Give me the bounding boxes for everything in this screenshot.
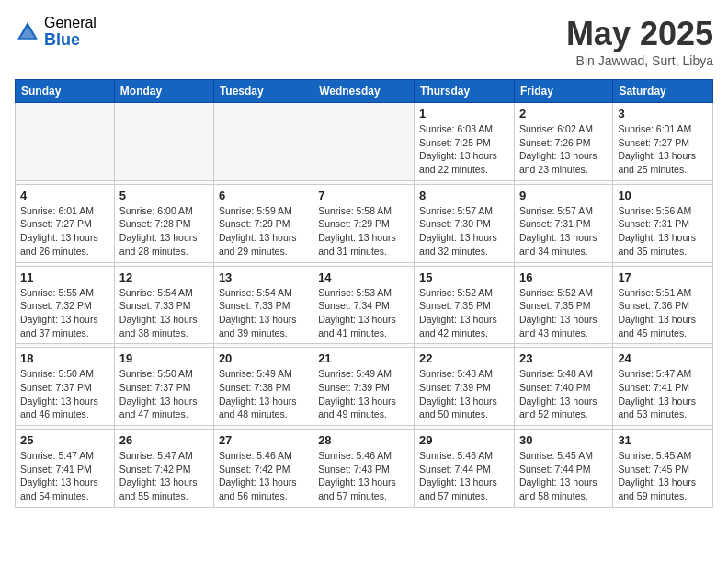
day-number: 29: [419, 433, 509, 447]
calendar-cell: 11Sunrise: 5:55 AM Sunset: 7:32 PM Dayli…: [16, 266, 115, 344]
column-header-thursday: Thursday: [415, 80, 515, 103]
calendar-cell: 27Sunrise: 5:46 AM Sunset: 7:42 PM Dayli…: [213, 430, 313, 508]
day-number: 14: [318, 270, 409, 284]
day-info: Sunrise: 6:02 AM Sunset: 7:26 PM Dayligh…: [519, 122, 608, 177]
column-header-sunday: Sunday: [16, 80, 115, 103]
logo-icon: [15, 19, 40, 45]
calendar-cell: 13Sunrise: 5:54 AM Sunset: 7:33 PM Dayli…: [213, 266, 313, 344]
day-info: Sunrise: 5:46 AM Sunset: 7:43 PM Dayligh…: [318, 449, 409, 503]
calendar-cell: 29Sunrise: 5:46 AM Sunset: 7:44 PM Dayli…: [415, 430, 515, 508]
day-info: Sunrise: 5:46 AM Sunset: 7:42 PM Dayligh…: [219, 449, 308, 503]
day-number: 3: [618, 107, 708, 121]
calendar-week-row: 18Sunrise: 5:50 AM Sunset: 7:37 PM Dayli…: [16, 348, 713, 426]
calendar-cell: 10Sunrise: 5:56 AM Sunset: 7:31 PM Dayli…: [613, 184, 713, 262]
day-info: Sunrise: 5:54 AM Sunset: 7:33 PM Dayligh…: [119, 286, 209, 340]
month-title: May 2025: [566, 15, 713, 53]
day-number: 30: [519, 433, 608, 447]
day-info: Sunrise: 5:57 AM Sunset: 7:30 PM Dayligh…: [419, 204, 509, 259]
calendar-week-row: 4Sunrise: 6:01 AM Sunset: 7:27 PM Daylig…: [16, 184, 713, 262]
calendar-table: SundayMondayTuesdayWednesdayThursdayFrid…: [15, 79, 713, 508]
day-info: Sunrise: 5:53 AM Sunset: 7:34 PM Dayligh…: [318, 286, 409, 340]
day-number: 15: [419, 270, 509, 284]
calendar-cell: 16Sunrise: 5:52 AM Sunset: 7:35 PM Dayli…: [514, 266, 612, 344]
day-number: 25: [20, 433, 109, 447]
day-number: 5: [119, 189, 209, 202]
day-number: 16: [519, 270, 608, 284]
day-number: 2: [519, 107, 608, 121]
calendar-cell: 24Sunrise: 5:47 AM Sunset: 7:41 PM Dayli…: [613, 348, 713, 426]
day-number: 9: [519, 189, 608, 202]
day-info: Sunrise: 5:55 AM Sunset: 7:32 PM Dayligh…: [20, 286, 109, 340]
day-number: 4: [20, 189, 109, 202]
day-info: Sunrise: 5:45 AM Sunset: 7:45 PM Dayligh…: [618, 449, 708, 503]
day-info: Sunrise: 5:52 AM Sunset: 7:35 PM Dayligh…: [519, 286, 608, 340]
column-header-monday: Monday: [114, 80, 213, 103]
column-header-friday: Friday: [514, 80, 612, 103]
day-info: Sunrise: 5:45 AM Sunset: 7:44 PM Dayligh…: [519, 449, 608, 503]
calendar-cell: 1Sunrise: 6:03 AM Sunset: 7:25 PM Daylig…: [415, 103, 515, 181]
calendar-cell: 9Sunrise: 5:57 AM Sunset: 7:31 PM Daylig…: [514, 184, 612, 262]
calendar-cell: 8Sunrise: 5:57 AM Sunset: 7:30 PM Daylig…: [415, 184, 515, 262]
page-header: General Blue May 2025 Bin Jawwad, Surt, …: [15, 15, 713, 68]
day-number: 24: [618, 351, 708, 365]
day-number: 27: [219, 433, 308, 447]
calendar-cell: 28Sunrise: 5:46 AM Sunset: 7:43 PM Dayli…: [313, 430, 415, 508]
day-info: Sunrise: 6:03 AM Sunset: 7:25 PM Dayligh…: [419, 122, 509, 177]
day-number: 8: [419, 189, 509, 202]
day-number: 31: [618, 433, 708, 447]
column-header-tuesday: Tuesday: [213, 80, 313, 103]
day-info: Sunrise: 5:46 AM Sunset: 7:44 PM Dayligh…: [419, 449, 509, 503]
calendar-cell: 22Sunrise: 5:48 AM Sunset: 7:39 PM Dayli…: [415, 348, 515, 426]
calendar-cell: 6Sunrise: 5:59 AM Sunset: 7:29 PM Daylig…: [213, 184, 313, 262]
column-header-wednesday: Wednesday: [313, 80, 415, 103]
calendar-cell: [16, 103, 115, 181]
day-number: 20: [219, 351, 308, 365]
day-info: Sunrise: 5:56 AM Sunset: 7:31 PM Dayligh…: [618, 204, 708, 259]
day-info: Sunrise: 5:47 AM Sunset: 7:41 PM Dayligh…: [618, 367, 708, 421]
day-info: Sunrise: 6:01 AM Sunset: 7:27 PM Dayligh…: [20, 204, 109, 259]
day-info: Sunrise: 5:57 AM Sunset: 7:31 PM Dayligh…: [519, 204, 608, 259]
day-number: 18: [20, 351, 109, 365]
day-number: 7: [318, 189, 409, 202]
calendar-cell: 23Sunrise: 5:48 AM Sunset: 7:40 PM Dayli…: [514, 348, 612, 426]
day-info: Sunrise: 5:52 AM Sunset: 7:35 PM Dayligh…: [419, 286, 509, 340]
day-info: Sunrise: 5:48 AM Sunset: 7:39 PM Dayligh…: [419, 367, 509, 421]
day-number: 12: [119, 270, 209, 284]
calendar-cell: 2Sunrise: 6:02 AM Sunset: 7:26 PM Daylig…: [514, 103, 612, 181]
day-info: Sunrise: 5:59 AM Sunset: 7:29 PM Dayligh…: [219, 204, 308, 259]
day-info: Sunrise: 5:50 AM Sunset: 7:37 PM Dayligh…: [119, 367, 209, 421]
calendar-cell: [114, 103, 213, 181]
day-number: 1: [419, 107, 509, 121]
logo-general: General: [44, 15, 97, 31]
calendar-cell: 12Sunrise: 5:54 AM Sunset: 7:33 PM Dayli…: [114, 266, 213, 344]
day-number: 13: [219, 270, 308, 284]
calendar-cell: 17Sunrise: 5:51 AM Sunset: 7:36 PM Dayli…: [613, 266, 713, 344]
calendar-cell: 15Sunrise: 5:52 AM Sunset: 7:35 PM Dayli…: [415, 266, 515, 344]
logo: General Blue: [15, 15, 97, 49]
logo-blue: Blue: [44, 31, 97, 50]
calendar-cell: [213, 103, 313, 181]
calendar-cell: 26Sunrise: 5:47 AM Sunset: 7:42 PM Dayli…: [114, 430, 213, 508]
calendar-cell: 5Sunrise: 6:00 AM Sunset: 7:28 PM Daylig…: [114, 184, 213, 262]
calendar-cell: 20Sunrise: 5:49 AM Sunset: 7:38 PM Dayli…: [213, 348, 313, 426]
day-info: Sunrise: 5:47 AM Sunset: 7:41 PM Dayligh…: [20, 449, 109, 503]
calendar-cell: 4Sunrise: 6:01 AM Sunset: 7:27 PM Daylig…: [16, 184, 115, 262]
day-number: 23: [519, 351, 608, 365]
day-info: Sunrise: 5:58 AM Sunset: 7:29 PM Dayligh…: [318, 204, 409, 259]
calendar-week-row: 1Sunrise: 6:03 AM Sunset: 7:25 PM Daylig…: [16, 103, 713, 181]
day-info: Sunrise: 5:47 AM Sunset: 7:42 PM Dayligh…: [119, 449, 209, 503]
day-number: 10: [618, 189, 708, 202]
calendar-cell: 18Sunrise: 5:50 AM Sunset: 7:37 PM Dayli…: [16, 348, 115, 426]
column-header-saturday: Saturday: [613, 80, 713, 103]
day-number: 17: [618, 270, 708, 284]
calendar-week-row: 11Sunrise: 5:55 AM Sunset: 7:32 PM Dayli…: [16, 266, 713, 344]
logo-text: General Blue: [44, 15, 97, 49]
day-number: 19: [119, 351, 209, 365]
calendar-cell: 7Sunrise: 5:58 AM Sunset: 7:29 PM Daylig…: [313, 184, 415, 262]
day-number: 28: [318, 433, 409, 447]
day-number: 21: [318, 351, 409, 365]
calendar-header-row: SundayMondayTuesdayWednesdayThursdayFrid…: [16, 80, 713, 103]
calendar-cell: 3Sunrise: 6:01 AM Sunset: 7:27 PM Daylig…: [613, 103, 713, 181]
calendar-cell: 19Sunrise: 5:50 AM Sunset: 7:37 PM Dayli…: [114, 348, 213, 426]
day-info: Sunrise: 5:50 AM Sunset: 7:37 PM Dayligh…: [20, 367, 109, 421]
